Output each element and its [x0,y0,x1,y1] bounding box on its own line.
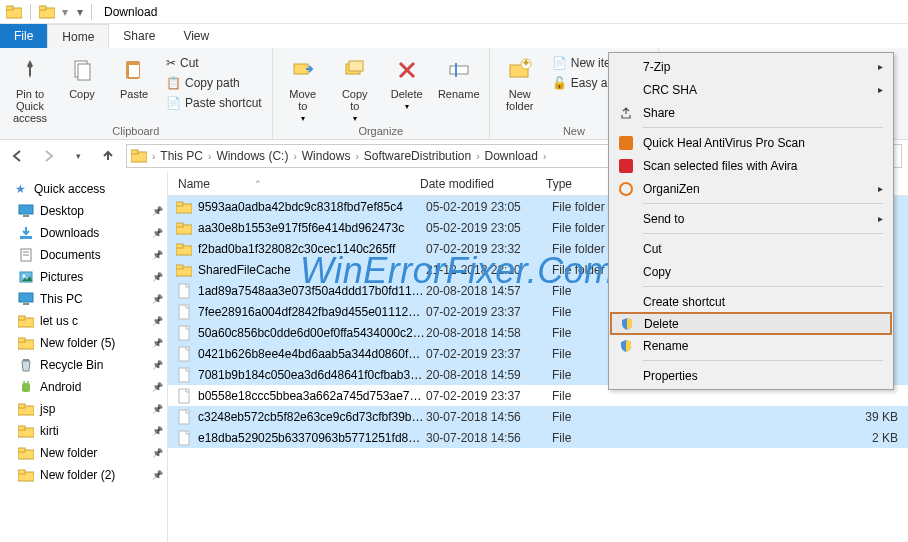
sidebar-item-label: New folder (2) [40,468,115,482]
ctx-send-to[interactable]: Send to▸ [611,207,891,230]
ctx-copy[interactable]: Copy [611,260,891,283]
table-row[interactable]: c3248eb572cb5f82e63ce9c6d73cfbf39b10...3… [168,406,908,427]
breadcrumb[interactable]: Windows [302,149,351,163]
delete-button[interactable]: Delete ▾ [383,52,431,111]
cut-button[interactable]: ✂Cut [162,54,266,72]
svg-rect-53 [179,284,189,298]
breadcrumb[interactable]: Download [485,149,538,163]
qat-divider [30,4,31,20]
new-folder-button[interactable]: ✦ New folder [496,52,544,112]
ctx-create-shortcut[interactable]: Create shortcut [611,290,891,313]
sidebar-item[interactable]: Android📌 [0,376,167,398]
svg-point-63 [620,183,632,195]
tab-home[interactable]: Home [47,24,109,48]
sidebar-item[interactable]: This PC📌 [0,288,167,310]
file-name: 9593aa0adba42bdc9c8318fbd7ef85c4 [198,200,426,214]
ctx-separator [643,360,883,361]
tab-view[interactable]: View [169,24,223,48]
ctx-cut[interactable]: Cut [611,237,891,260]
breadcrumb[interactable]: SoftwareDistribution [364,149,471,163]
file-icon [176,388,192,404]
pin-to-quick-access-button[interactable]: Pin to Quick access [6,52,54,124]
tab-file[interactable]: File [0,24,47,48]
sidebar-item[interactable]: New folder (2)📌 [0,464,167,486]
rename-button[interactable]: Rename [435,52,483,100]
file-name: 7fee28916a004df2842fba9d455e011124d7... [198,305,426,319]
context-menu: 7-Zip▸ CRC SHA▸ Share Quick Heal AntiVir… [608,52,894,390]
folder-icon [176,220,192,236]
chevron-right-icon[interactable]: › [352,151,361,162]
scissors-icon: ✂ [166,56,176,70]
ribbon-group-organize: Move to ▾ Copy to ▾ Delete ▾ Rename Orga… [273,48,490,139]
title-divider [91,4,92,20]
folder-icon[interactable] [37,2,57,22]
qat-dropdown-icon[interactable]: ▾ [59,2,71,22]
sidebar-item[interactable]: New folder📌 [0,442,167,464]
ctx-separator [643,233,883,234]
organizen-icon [615,182,637,196]
pin-icon: 📌 [152,338,163,348]
file-type: File [552,410,632,424]
back-button[interactable] [6,144,30,168]
tab-share[interactable]: Share [109,24,169,48]
submenu-arrow-icon: ▸ [878,183,883,194]
svg-rect-59 [179,410,189,424]
sidebar-item[interactable]: Downloads📌 [0,222,167,244]
qat-overflow-icon[interactable]: ▾ [73,2,87,22]
sidebar-item[interactable]: let us c📌 [0,310,167,332]
up-button[interactable] [96,144,120,168]
ctx-rename[interactable]: Rename [611,334,891,357]
folder-icon [131,148,147,164]
svg-rect-56 [179,347,189,361]
sidebar-icon [18,445,34,461]
chevron-right-icon[interactable]: › [149,151,158,162]
move-to-button[interactable]: Move to ▾ [279,52,327,123]
sidebar-item[interactable]: New folder (5)📌 [0,332,167,354]
shield-icon [616,317,638,331]
sidebar-item[interactable]: Desktop📌 [0,200,167,222]
copy-to-button[interactable]: Copy to ▾ [331,52,379,123]
ctx-organizen[interactable]: OrganiZen▸ [611,177,891,200]
table-row[interactable]: e18dba529025b63370963b5771251fd8b1c...30… [168,427,908,448]
ctx-delete[interactable]: Delete [610,312,892,335]
paste-shortcut-button[interactable]: 📄Paste shortcut [162,94,266,112]
pin-icon: 📌 [152,250,163,260]
paste-button[interactable]: Paste [110,52,158,100]
svg-rect-54 [179,305,189,319]
sidebar-item[interactable]: kirti📌 [0,420,167,442]
file-date: 20-08-2018 14:58 [426,326,552,340]
forward-button[interactable] [36,144,60,168]
chevron-right-icon[interactable]: › [473,151,482,162]
chevron-right-icon[interactable]: › [205,151,214,162]
svg-rect-10 [349,61,363,71]
file-icon [176,346,192,362]
ctx-7zip[interactable]: 7-Zip▸ [611,55,891,78]
svg-rect-42 [18,448,25,452]
breadcrumb[interactable]: This PC [160,149,203,163]
column-name[interactable]: Name⌃ [168,177,420,191]
svg-rect-60 [179,431,189,445]
sidebar-item[interactable]: Documents📌 [0,244,167,266]
sidebar-quick-access[interactable]: ★ Quick access [0,178,167,200]
copy-path-icon: 📋 [166,76,181,90]
copy-button[interactable]: Copy [58,52,106,100]
chevron-right-icon[interactable]: › [540,151,549,162]
copy-path-button[interactable]: 📋Copy path [162,74,266,92]
file-date: 20-08-2018 14:59 [426,368,552,382]
move-to-icon [287,54,319,86]
ctx-crc-sha[interactable]: CRC SHA▸ [611,78,891,101]
sidebar-item[interactable]: Recycle Bin📌 [0,354,167,376]
file-name: 1ad89a7548aa3e073f50a4ddd17b0fd11b0f... [198,284,426,298]
ctx-quickheal[interactable]: Quick Heal AntiVirus Pro Scan [611,131,891,154]
sidebar-item[interactable]: jsp📌 [0,398,167,420]
file-type: File [552,431,632,445]
ctx-avira[interactable]: Scan selected files with Avira [611,154,891,177]
ctx-share[interactable]: Share [611,101,891,124]
column-date[interactable]: Date modified [420,177,546,191]
chevron-right-icon[interactable]: › [290,151,299,162]
breadcrumb[interactable]: Windows (C:) [216,149,288,163]
recent-dropdown[interactable]: ▾ [66,144,90,168]
file-name: aa30e8b1553e917f5f6e414bd962473c [198,221,426,235]
ctx-properties[interactable]: Properties [611,364,891,387]
sidebar-item[interactable]: Pictures📌 [0,266,167,288]
